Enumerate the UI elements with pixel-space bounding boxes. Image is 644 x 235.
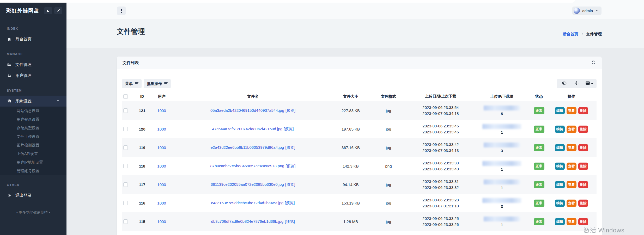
delete-button[interactable]: 删除 [578,218,588,225]
row-checkbox[interactable] [123,182,128,187]
theme-brush-button[interactable] [54,7,62,14]
view-button[interactable]: 查看 [567,144,576,151]
status-badge: 正常 [534,126,544,133]
preview-link[interactable]: [预览] [284,127,294,131]
sidebar-item-system-settings[interactable]: 系统设置 [0,96,66,107]
refresh-button[interactable] [591,60,596,66]
page-title: 文件管理 [117,27,145,36]
filename-link[interactable]: c43c163e7c9ddccbc0be72d4d2ba4e3.jpg [211,201,283,205]
user-menu[interactable]: admin [572,7,602,15]
row-checkbox[interactable] [123,164,128,168]
delete-button[interactable]: 删除 [578,200,588,207]
table-row: 116 1000 c43c163e7c9ddccbc0be72d4d2ba4e3… [122,194,597,212]
preview-link[interactable]: [预览] [285,219,295,224]
edit-button[interactable]: 编辑 [555,126,565,133]
table-row: 117 1000 361139ce202055aa072e2085bb330e0… [122,175,597,194]
view-button[interactable]: 查看 [567,200,576,207]
ip-blurred [484,180,520,184]
edit-button[interactable]: 编辑 [555,107,565,114]
user-link[interactable]: 1000 [157,108,166,113]
filename-link[interactable]: 361139ce202055aa072e2085bb330e0.jpg [211,182,284,187]
view-button[interactable]: 查看 [567,126,576,133]
delete-button[interactable]: 删除 [578,126,588,133]
sidebar-subitem-file-upload[interactable]: 文件上传设置 [0,132,66,141]
preview-link[interactable]: [预览] [285,108,295,113]
activate-windows-watermark: 激活 Windows [584,226,624,234]
preview-link[interactable]: [预览] [285,145,295,150]
sidebar-item-dashboard[interactable]: 后台首页 [0,34,66,45]
delete-button[interactable]: 删除 [578,163,588,170]
sidebar-subitem-user-ip[interactable]: 用户IP地址设置 [0,158,66,167]
user-link[interactable]: 1000 [157,219,166,224]
chevron-right-icon [580,32,584,36]
table-tools-group [557,79,597,88]
sidebar-item-file-manage[interactable]: 文件管理 [0,59,66,70]
select-all-checkbox[interactable] [123,94,128,99]
col-header-filename: 文件名 [172,94,334,99]
edit-button[interactable]: 编辑 [555,144,565,151]
export-table-button[interactable] [583,79,596,88]
filename-link[interactable]: e2a43d22ee6bb6b11b06053979d86a4.jpg [210,145,284,150]
row-checkbox[interactable] [123,145,128,150]
app-logo: 彩虹外链网盘 [6,7,42,14]
theme-dark-button[interactable] [44,7,52,14]
filename-link[interactable]: db3c706df7ad8e0b824e7876eb1d36b.jpg [211,219,283,224]
gear-icon [7,99,12,103]
menu-lines-icon [164,82,168,85]
col-header-action: 操作 [546,94,597,99]
view-button[interactable]: 查看 [567,218,576,225]
ip-blurred [482,161,521,166]
row-checkbox[interactable] [123,127,128,131]
view-button[interactable]: 查看 [567,163,576,170]
status-badge: 正常 [534,200,544,207]
edit-button[interactable]: 编辑 [555,200,565,207]
filename-link[interactable]: 47c644a7ef61200742fa80a2f42150d.jpg [212,127,282,131]
sidebar-section-system: SYSTEM [7,89,60,92]
user-link[interactable]: 1000 [157,127,166,131]
collapse-menu-button[interactable]: ⋮ [117,7,126,15]
menu-dropdown-button[interactable]: 菜单 [122,79,142,88]
card-header: 文件列表 [117,57,602,69]
sidebar-group-settings: 系统设置 网站信息设置 用户登录设置 存储类型设置 文件上传设置 图片检测设置 … [0,96,66,175]
edit-button[interactable]: 编辑 [555,163,565,170]
col-header-date: 上传日期/上次下载 [409,94,472,99]
edit-button[interactable]: 编辑 [555,181,565,188]
sidebar-subitem-admin-account[interactable]: 管理账号设置 [0,167,66,175]
sidebar: 彩虹外链网盘 INDEX 后台首页 MANAGE 文 [0,3,66,235]
preview-link[interactable]: [预览] [285,182,295,187]
sidebar-subitem-image-check[interactable]: 图片检测设置 [0,141,66,150]
toggle-columns-button[interactable] [558,79,570,88]
row-checkbox[interactable] [123,108,128,113]
sidebar-subitem-upload-api[interactable]: 上传API设置 [0,150,66,158]
row-checkbox[interactable] [123,219,128,224]
preview-link[interactable]: [预览] [285,201,295,205]
sidebar-subitem-user-login[interactable]: 用户登录设置 [0,115,66,124]
logout-icon [7,193,12,198]
edit-button[interactable]: 编辑 [555,218,565,225]
view-button[interactable]: 查看 [567,181,576,188]
delete-button[interactable]: 删除 [578,107,588,114]
sidebar-subitem-storage-type[interactable]: 存储类型设置 [0,124,66,132]
folder-icon [7,63,12,67]
row-checkbox[interactable] [123,201,128,205]
view-button[interactable]: 查看 [567,107,576,114]
delete-button[interactable]: 删除 [578,181,588,188]
sidebar-subitem-site-info[interactable]: 网站信息设置 [0,107,66,115]
user-link[interactable]: 1000 [157,201,166,205]
move-button[interactable] [570,79,583,88]
user-link[interactable]: 1000 [157,145,166,150]
users-icon [7,73,12,78]
sidebar-item-logout[interactable]: 退出登录 [0,190,66,201]
filename-link[interactable]: 05a3aeda2b4220469150d440937a544.jpg [210,108,284,113]
user-link[interactable]: 1000 [157,164,166,168]
breadcrumb-home-link[interactable]: 后台首页 [563,32,578,37]
delete-button[interactable]: 删除 [578,144,588,151]
user-link[interactable]: 1000 [157,182,166,187]
sidebar-item-user-manage[interactable]: 用户管理 [0,70,66,81]
batch-actions-button[interactable]: 批量操作 [144,79,171,88]
table-row: 121 1000 05a3aeda2b4220469150d440937a544… [122,101,597,120]
filename-link[interactable]: 87b0ca6be7c5be8469857ce49c6c973.png [210,164,284,168]
status-badge: 正常 [534,181,544,188]
breadcrumb-current: 文件管理 [586,32,602,37]
preview-link[interactable]: [预览] [285,164,295,168]
